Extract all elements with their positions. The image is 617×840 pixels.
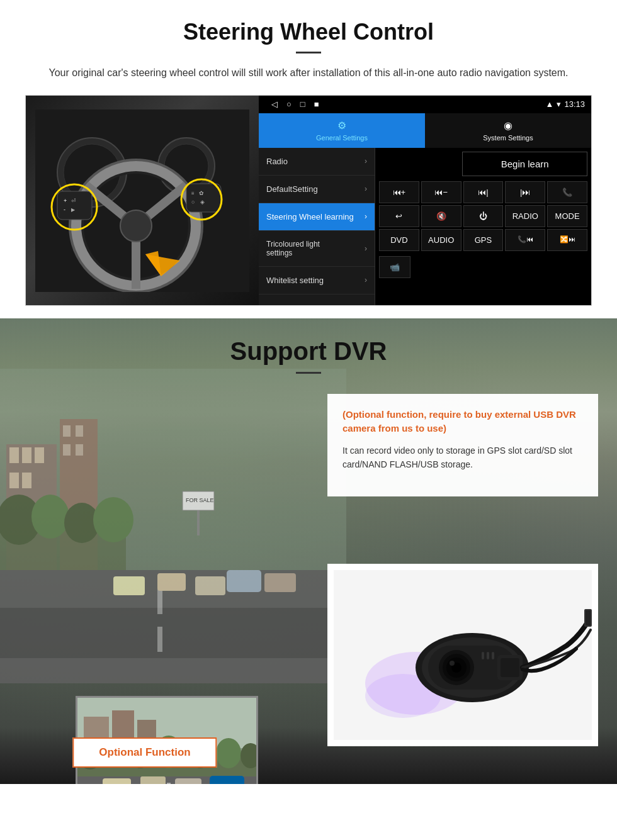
tab-general[interactable]: ⚙ General Settings [259,113,425,148]
svg-rect-49 [195,576,225,595]
optional-function-container: Optional Function [0,708,290,784]
svg-rect-17 [186,184,221,212]
svg-rect-44 [0,608,346,658]
street-scene-svg: FOR SALE [0,369,346,683]
menu-item-radio[interactable]: Radio › [259,148,375,176]
screenshot-container: + ⏎ - ▶ ≡ ✿ ○ ◈ [25,95,592,306]
ctrl-vol-up[interactable]: ⏮+ [379,181,419,203]
dvr-optional-text: (Optional function, require to buy exter… [342,408,583,436]
ctrl-vol-down[interactable]: ⏮− [421,181,461,203]
statusbar: ◁ ○ □ ■ ▲ ▾ 13:13 [259,96,591,113]
svg-text:◈: ◈ [200,199,205,205]
ctrl-shuffle-next[interactable]: 🔀⏭ [547,229,587,251]
ctrl-mute[interactable]: 🔇 [421,205,461,227]
svg-rect-34 [63,425,71,437]
ctrl-audio[interactable]: AUDIO [421,229,461,251]
svg-point-42 [93,497,133,542]
ctrl-dvr[interactable]: 📹 [379,256,410,278]
svg-text:▶: ▶ [71,207,76,213]
settings-menu: Radio › DefaultSetting › Steering Wheel … [259,148,375,305]
nav-back-icon: ◁ ○ □ ■ [265,99,319,109]
camera-svg-container [327,564,598,746]
tab-system[interactable]: ◉ System Settings [425,113,591,148]
dvr-divider [296,372,321,374]
svg-rect-69 [487,652,489,659]
svg-rect-12 [57,191,92,220]
page-title: Steering Wheel Control [25,19,592,45]
svg-point-65 [450,661,455,666]
statusbar-time: 13:13 [564,99,585,109]
system-settings-icon: ◉ [504,120,512,132]
ctrl-radio[interactable]: RADIO [505,205,545,227]
menu-item-steering-wheel[interactable]: Steering Wheel learning › [259,203,375,231]
ctrl-next-track[interactable]: |⏭ [505,181,545,203]
svg-rect-29 [22,447,31,463]
svg-rect-37 [76,444,83,456]
begin-learn-button[interactable]: Begin learn [462,152,587,176]
dvr-camera-image [327,564,598,746]
tab-general-label: General Settings [316,134,368,142]
svg-rect-30 [35,447,44,463]
page-subtitle: Your original car's steering wheel contr… [25,65,592,81]
ctrl-dvd[interactable]: DVD [379,229,419,251]
menu-item-default[interactable]: DefaultSetting › [259,176,375,203]
chevron-icon: › [365,244,367,253]
svg-rect-45 [157,589,162,614]
statusbar-wifi: ▾ [557,99,561,109]
svg-text:⏎: ⏎ [71,198,76,204]
svg-rect-36 [63,444,71,456]
chevron-icon: › [365,276,367,284]
svg-rect-54 [197,510,200,535]
svg-point-11 [120,210,152,242]
svg-rect-72 [586,610,591,625]
dvr-title-area: Support DVR [0,318,617,385]
control-buttons-grid: ⏮+ ⏮− ⏮| |⏭ 📞 ↩ 🔇 ⏻ RADIO MODE DVD AUDIO… [379,181,587,251]
dvr-section: FOR SALE Support DVR (Optional function,… [0,318,617,784]
svg-rect-35 [76,425,83,437]
svg-text:+: + [64,198,67,204]
svg-rect-47 [113,576,145,595]
svg-rect-48 [157,573,186,591]
menu-item-tricoloured[interactable]: Tricoloured lightsettings › [259,231,375,267]
chevron-icon: › [365,184,367,193]
android-tabs: ⚙ General Settings ◉ System Settings [259,113,591,148]
steering-wheel-svg: + ⏎ - ▶ ≡ ✿ ○ ◈ [35,109,249,292]
svg-rect-68 [482,652,484,659]
dvr-icon-row: 📹 [379,256,587,278]
svg-rect-51 [264,573,296,592]
menu-item-whitelist[interactable]: Whitelist setting › [259,267,375,294]
dvr-description: It can record video only to storage in G… [342,444,583,472]
begin-learn-row: Begin learn [379,152,587,176]
android-ui: ◁ ○ □ ■ ▲ ▾ 13:13 ⚙ General Settings ◉ S… [259,96,591,305]
optional-function-button[interactable]: Optional Function [72,737,217,768]
svg-rect-32 [22,473,31,488]
svg-rect-70 [492,652,494,659]
ctrl-mode[interactable]: MODE [547,205,587,227]
svg-rect-50 [227,570,261,592]
svg-text:FOR SALE: FOR SALE [186,497,214,503]
svg-rect-28 [9,447,19,463]
ctrl-back[interactable]: ↩ [379,205,419,227]
steering-wheel-image: + ⏎ - ▶ ≡ ✿ ○ ◈ [26,96,259,306]
svg-point-40 [31,495,69,539]
tab-system-label: System Settings [483,134,533,142]
svg-text:○: ○ [191,199,195,205]
svg-rect-67 [501,658,519,677]
general-settings-icon: ⚙ [337,120,346,132]
steering-section: Steering Wheel Control Your original car… [0,0,617,318]
dvr-title: Support DVR [0,337,617,366]
ctrl-power[interactable]: ⏻ [463,205,504,227]
dvr-info-card: (Optional function, require to buy exter… [327,394,598,497]
steering-wheel-learn-panel: Begin learn ⏮+ ⏮− ⏮| |⏭ 📞 ↩ 🔇 ⏻ RADIO MO… [375,148,591,305]
ctrl-gps[interactable]: GPS [463,229,504,251]
title-divider [296,52,321,53]
svg-text:-: - [64,206,65,213]
svg-rect-31 [9,473,19,488]
ctrl-phone[interactable]: 📞 [547,181,587,203]
android-content: Radio › DefaultSetting › Steering Wheel … [259,148,591,305]
chevron-icon: › [365,157,367,165]
svg-text:≡: ≡ [191,191,195,196]
ctrl-prev-track[interactable]: ⏮| [463,181,504,203]
ctrl-phone-prev[interactable]: 📞⏮ [505,229,545,251]
svg-text:✿: ✿ [199,190,204,196]
